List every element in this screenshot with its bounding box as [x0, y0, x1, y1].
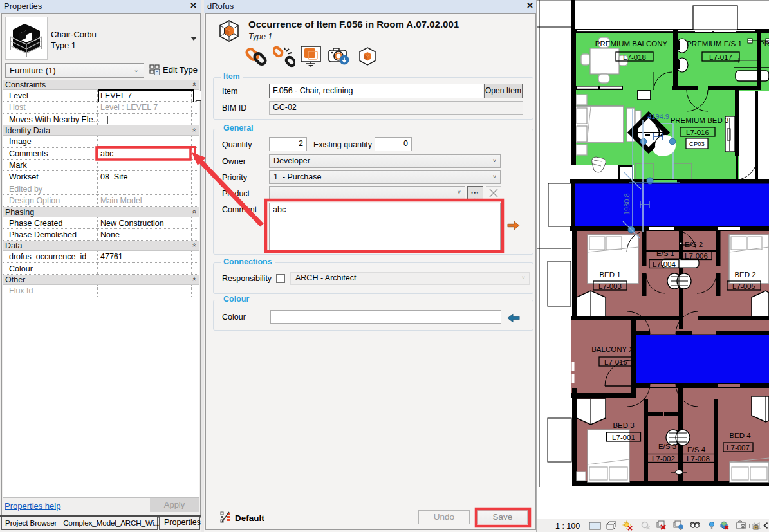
- svg-text:PREMIUM BALCONY: PREMIUM BALCONY: [595, 40, 668, 48]
- svg-text:BED 3: BED 3: [613, 421, 634, 429]
- svg-text:1980.8: 1980.8: [623, 193, 631, 215]
- svg-text:E/S 2: E/S 2: [685, 241, 703, 248]
- svg-text:L7-008: L7-008: [687, 455, 710, 463]
- svg-text:4194.9: 4194.9: [647, 113, 669, 120]
- svg-text:L7-003: L7-003: [598, 282, 622, 290]
- svg-text:L7-016: L7-016: [686, 129, 709, 136]
- svg-text:CP03: CP03: [689, 140, 705, 147]
- svg-text:PR: PR: [759, 40, 769, 48]
- svg-text:L7-005: L7-005: [732, 282, 755, 290]
- svg-text:BED 2: BED 2: [734, 271, 755, 279]
- svg-text:PREMIUM BED 3: PREMIUM BED 3: [671, 116, 729, 124]
- svg-text:E/S 1: E/S 1: [656, 250, 674, 257]
- svg-text:L7-001: L7-001: [612, 434, 635, 441]
- svg-text:L7-018: L7-018: [623, 53, 646, 61]
- svg-text:BED 4: BED 4: [729, 432, 751, 439]
- svg-text:L7-017: L7-017: [709, 53, 732, 61]
- svg-text:L7-004: L7-004: [653, 261, 676, 268]
- svg-text:L7-002: L7-002: [652, 455, 675, 463]
- svg-text:L7-006: L7-006: [685, 252, 708, 260]
- svg-text:PREMIUM E/S 1: PREMIUM E/S 1: [687, 40, 742, 48]
- svg-text:BED 1: BED 1: [599, 271, 620, 279]
- svg-text:BALCONY X: BALCONY X: [591, 345, 634, 353]
- svg-text:E/S 4: E/S 4: [687, 446, 706, 454]
- svg-text:L7-015: L7-015: [604, 358, 627, 366]
- svg-text:L7-007: L7-007: [727, 444, 750, 452]
- svg-text:E/S 3: E/S 3: [658, 443, 676, 450]
